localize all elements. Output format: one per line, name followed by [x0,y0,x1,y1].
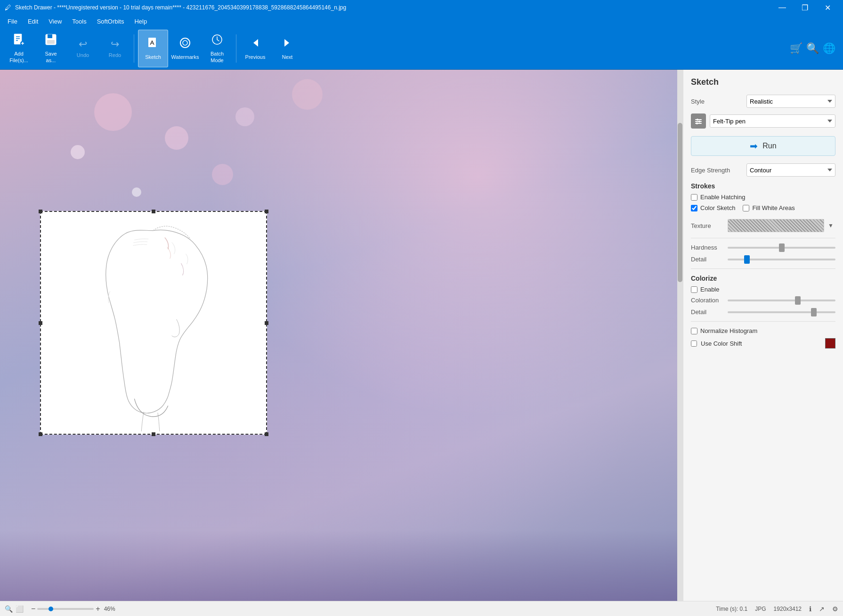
info-icon[interactable]: ℹ [809,605,811,613]
menu-view[interactable]: View [44,16,66,26]
edge-strength-select[interactable]: Contour Soft Hard [746,163,835,177]
enable-hatching-label[interactable]: Enable Hatching [700,194,745,201]
redo-button[interactable]: ↪ Redo [100,30,130,67]
color-swatch[interactable] [825,338,835,349]
run-label: Run [762,142,776,150]
canvas-scrollbar-thumb[interactable] [678,123,682,282]
status-bar-right: Time (s): 0.1 JPG 1920x3412 ℹ ↗ ⚙ [716,605,838,613]
color-sketch-checkbox[interactable] [691,205,697,211]
status-icons: 🔍 ⬜ [5,605,24,613]
normalize-checkbox[interactable] [691,328,697,334]
handle-bl[interactable] [39,432,42,436]
watermarks-button[interactable]: Watermarks [170,30,200,67]
redo-icon: ↪ [111,38,119,50]
minimize-button[interactable]: — [771,0,793,15]
color-sketch-label[interactable]: Color Sketch [700,204,735,211]
canvas-scrollbar[interactable] [677,70,683,601]
texture-row: Texture ▼ [691,219,835,232]
svg-rect-17 [41,212,266,434]
settings-status-icon[interactable]: ⚙ [832,605,838,613]
batch-mode-button[interactable]: BatchMode [202,30,232,67]
detail-slider[interactable] [728,259,835,260]
dimensions-status: 1920x3412 [774,606,802,612]
zoom-minus-button[interactable]: − [31,605,35,613]
add-file-label: AddFile(s)... [9,51,28,63]
handle-bm[interactable] [152,432,155,436]
next-label: Next [282,54,293,60]
run-button[interactable]: ➡ Run [691,136,835,156]
add-file-button[interactable]: AddFile(s)... [4,30,34,67]
detail-thumb[interactable] [744,255,750,264]
canvas-area[interactable] [0,70,683,601]
menu-help[interactable]: Help [130,16,152,26]
enable-hatching-row: Enable Hatching [691,194,835,201]
texture-preview[interactable] [728,219,824,232]
watermarks-icon [178,36,192,52]
share-icon[interactable]: ↗ [819,605,825,613]
bokeh-dot [132,187,141,197]
status-bar: 🔍 ⬜ − + 46% Time (s): 0.1 JPG 1920x3412 … [0,601,843,616]
fill-white-areas-checkbox[interactable] [743,205,749,211]
normalize-label[interactable]: Normalize Histogram [700,327,757,334]
zoom-slider[interactable] [37,608,94,610]
svg-rect-8 [48,34,52,38]
undo-icon: ↩ [79,38,87,50]
next-button[interactable]: Next [272,30,302,67]
menu-tools[interactable]: Tools [67,16,91,26]
previous-icon [249,36,262,52]
zoom-plus-button[interactable]: + [96,605,100,613]
color-shift-label[interactable]: Use Color Shift [701,340,742,347]
handle-tl[interactable] [39,210,42,213]
style-select[interactable]: Realistic Artistic Cartoon [746,95,835,108]
handle-ml[interactable] [39,321,42,325]
menu-edit[interactable]: Edit [23,16,43,26]
presets-icon[interactable] [691,113,706,129]
sketch-box[interactable] [40,211,267,435]
coloration-slider[interactable] [728,300,835,301]
undo-button[interactable]: ↩ Undo [68,30,98,67]
handle-tm[interactable] [152,210,155,213]
style-label: Style [691,98,743,105]
actual-size-icon[interactable]: ⬜ [16,605,24,613]
presets-select[interactable]: Felt-Tip pen Pencil Charcoal Ink [710,114,835,128]
enable-colorize-label[interactable]: Enable [700,286,719,293]
previous-button[interactable]: Previous [240,30,270,67]
colorize-detail-slider[interactable] [728,311,835,313]
maximize-button[interactable]: ❐ [794,0,816,15]
handle-br[interactable] [265,432,268,436]
flowers-overlay [0,530,683,601]
search-icon[interactable]: 🔍 [806,42,819,55]
enable-colorize-checkbox[interactable] [691,286,697,293]
enable-hatching-checkbox[interactable] [691,194,697,201]
zoom-fit-icon[interactable]: 🔍 [5,605,13,613]
color-sketch-check: Color Sketch [691,204,735,211]
menu-softorbits[interactable]: SoftOrbits [92,16,129,26]
panel-title: Sketch [691,77,835,87]
main-layout: Sketch Style Realistic Artistic Cartoon [0,70,843,601]
divider-1 [691,238,835,238]
coloration-thumb[interactable] [795,296,801,305]
save-as-button[interactable]: Saveas... [36,30,66,67]
colorize-detail-thumb[interactable] [811,308,817,316]
color-shift-checkbox[interactable] [691,340,697,347]
hardness-thumb[interactable] [779,243,785,252]
menu-file[interactable]: File [3,16,22,26]
globe-icon[interactable]: 🌐 [823,42,835,55]
zoom-slider-thumb[interactable] [49,607,53,611]
detail-label: Detail [691,256,724,263]
format-status: JPG [755,606,766,612]
sketch-button[interactable]: Sketch [138,30,168,67]
svg-rect-10 [148,38,156,47]
fill-white-areas-label[interactable]: Fill White Areas [752,204,794,211]
cart-icon[interactable]: 🛒 [790,42,802,55]
texture-dropdown-icon[interactable]: ▼ [828,222,835,229]
presets-row: Felt-Tip pen Pencil Charcoal Ink [691,113,835,129]
handle-tr[interactable] [265,210,268,213]
handle-mr[interactable] [265,321,268,325]
enable-colorize-row: Enable [691,286,835,293]
colorize-detail-label: Detail [691,308,724,316]
color-shift-row: Use Color Shift [691,338,835,349]
close-button[interactable]: ✕ [817,0,838,15]
svg-point-13 [183,41,187,45]
hardness-slider[interactable] [728,247,835,249]
